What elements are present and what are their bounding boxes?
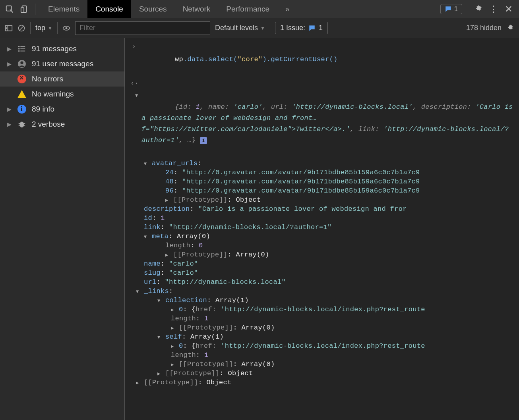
issue-bubble-icon bbox=[445, 6, 452, 13]
chevron-down-icon: ▼ bbox=[260, 25, 265, 31]
console-toolbar: top ▼ Default levels ▼ 1 Issue: 1 178 hi… bbox=[0, 18, 519, 38]
svg-point-18 bbox=[20, 62, 23, 64]
expand-triangle-icon[interactable]: ▶ bbox=[171, 307, 174, 313]
console-sidebar: ▶ 91 messages ▶ 91 user messages ▶ No er… bbox=[0, 38, 125, 420]
svg-point-14 bbox=[19, 46, 19, 47]
expand-triangle-icon[interactable]: ▶ bbox=[165, 198, 168, 203]
svg-point-16 bbox=[19, 51, 19, 52]
sidebar-item-info[interactable]: ▶ 89 info bbox=[0, 102, 124, 117]
issues-count: 1 bbox=[454, 6, 458, 13]
info-badge-icon[interactable]: i bbox=[200, 137, 207, 144]
expand-triangle-icon: ▶ bbox=[7, 106, 12, 112]
hidden-messages[interactable]: 178 hidden bbox=[466, 24, 502, 32]
collapse-triangle-icon[interactable]: ▼ bbox=[135, 92, 138, 100]
collapse-triangle-icon[interactable]: ▼ bbox=[157, 298, 161, 304]
inspect-icon[interactable] bbox=[5, 4, 14, 14]
sidebar-toggle-icon[interactable] bbox=[5, 24, 13, 32]
expand-triangle-icon[interactable]: ▶ bbox=[157, 371, 161, 377]
console-output[interactable]: › wp.data.select("core").getCurrentUser(… bbox=[125, 38, 519, 420]
info-icon bbox=[17, 105, 26, 114]
filter-input[interactable] bbox=[75, 21, 210, 35]
clear-console-icon[interactable] bbox=[17, 24, 25, 32]
collapse-triangle-icon[interactable]: ▼ bbox=[136, 289, 139, 295]
expand-triangle-icon[interactable]: ▶ bbox=[136, 380, 139, 386]
issues-pill-label: 1 Issue: bbox=[280, 24, 305, 32]
settings-icon[interactable] bbox=[474, 4, 483, 14]
expand-triangle-icon[interactable]: ▶ bbox=[171, 344, 174, 349]
tab-sources[interactable]: Sources bbox=[131, 0, 175, 18]
svg-point-19 bbox=[20, 122, 24, 128]
bug-icon bbox=[17, 120, 26, 129]
sidebar-item-label: No errors bbox=[32, 75, 63, 83]
error-icon bbox=[17, 75, 26, 83]
expand-triangle-icon: ▶ bbox=[7, 121, 12, 127]
sidebar-item-user-messages[interactable]: ▶ 91 user messages bbox=[0, 56, 124, 71]
input-arrow-icon: › bbox=[130, 43, 137, 76]
tab-console[interactable]: Console bbox=[87, 0, 131, 18]
issues-pill-count: 1 bbox=[319, 24, 323, 32]
collapse-triangle-icon[interactable]: ▼ bbox=[144, 234, 147, 240]
expand-triangle-icon[interactable]: ▶ bbox=[171, 326, 174, 331]
issue-bubble-icon bbox=[308, 25, 316, 32]
output-arrow-icon: ‹· bbox=[130, 79, 137, 157]
sidebar-item-label: 2 verbose bbox=[32, 120, 65, 129]
issues-pill[interactable]: 1 Issue: 1 bbox=[275, 22, 328, 34]
collapse-triangle-icon[interactable]: ▼ bbox=[157, 335, 161, 340]
sidebar-item-label: No warnings bbox=[32, 90, 74, 98]
console-result[interactable]: ‹· ▼ {id: 1, name: 'carlo', url: 'http:/… bbox=[130, 78, 519, 159]
expand-triangle-icon: ▶ bbox=[7, 61, 12, 67]
context-label: top bbox=[35, 24, 45, 32]
svg-line-7 bbox=[19, 26, 23, 30]
issues-chip[interactable]: 1 bbox=[440, 4, 462, 14]
sidebar-item-label: 89 info bbox=[32, 105, 54, 114]
log-level-selector[interactable]: Default levels ▼ bbox=[215, 24, 265, 32]
close-icon[interactable]: ✕ bbox=[504, 4, 513, 14]
user-icon bbox=[17, 60, 26, 68]
svg-point-15 bbox=[19, 48, 19, 49]
object-tree[interactable]: ▼ avatar_urls: 24: "http://0.gravatar.co… bbox=[130, 159, 519, 387]
console-input-echo: › wp.data.select("core").getCurrentUser(… bbox=[130, 41, 519, 78]
sidebar-item-warnings[interactable]: ▶ No warnings bbox=[0, 87, 124, 102]
console-settings-icon[interactable] bbox=[506, 24, 514, 32]
sidebar-item-label: 91 user messages bbox=[32, 60, 93, 68]
log-level-label: Default levels bbox=[215, 24, 258, 32]
warning-icon bbox=[17, 90, 26, 98]
sidebar-item-errors[interactable]: ▶ No errors bbox=[0, 71, 124, 87]
expand-triangle-icon[interactable]: ▶ bbox=[171, 362, 174, 368]
kebab-menu-icon[interactable]: ⋮ bbox=[489, 4, 498, 14]
devtools-tabbar: Elements Console Sources Network Perform… bbox=[0, 0, 519, 18]
collapse-triangle-icon[interactable]: ▼ bbox=[144, 161, 147, 167]
tab-network[interactable]: Network bbox=[175, 0, 219, 18]
live-expression-icon[interactable] bbox=[62, 24, 70, 32]
tab-performance[interactable]: Performance bbox=[218, 0, 277, 18]
sidebar-item-label: 91 messages bbox=[32, 44, 77, 53]
chevron-down-icon: ▼ bbox=[48, 25, 52, 31]
sidebar-item-verbose[interactable]: ▶ 2 verbose bbox=[0, 117, 124, 132]
device-toggle-icon[interactable] bbox=[20, 4, 29, 14]
tab-elements[interactable]: Elements bbox=[40, 0, 87, 18]
svg-point-9 bbox=[65, 27, 67, 29]
sidebar-item-messages[interactable]: ▶ 91 messages bbox=[0, 41, 124, 56]
tab-more[interactable]: » bbox=[277, 0, 298, 18]
expand-triangle-icon[interactable]: ▶ bbox=[165, 252, 168, 258]
context-selector[interactable]: top ▼ bbox=[35, 24, 52, 32]
expand-triangle-icon: ▶ bbox=[7, 46, 12, 52]
svg-rect-2 bbox=[21, 8, 24, 12]
list-icon bbox=[17, 44, 26, 53]
